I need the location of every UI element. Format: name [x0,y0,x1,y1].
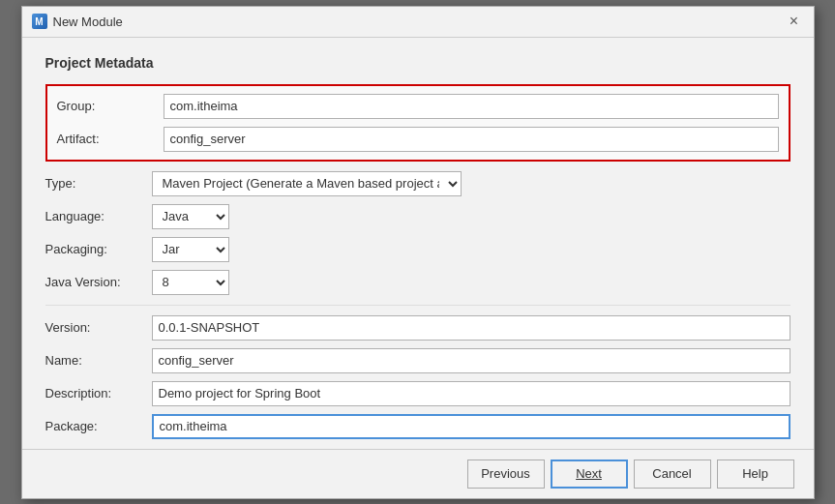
description-input[interactable] [152,381,790,406]
group-row: Group: [57,94,779,119]
section-title: Project Metadata [45,55,790,71]
type-select[interactable]: Maven Project (Generate a Maven based pr… [152,171,462,196]
package-label: Package: [45,419,152,433]
cancel-button[interactable]: Cancel [634,460,711,489]
group-artifact-box: Group: Artifact: [45,84,790,162]
close-button[interactable]: × [785,12,804,31]
version-input[interactable] [152,315,790,341]
language-select[interactable]: Java Kotlin Groovy [152,204,229,229]
name-row: Name: [45,348,790,373]
next-button[interactable]: Next [551,460,628,489]
packaging-label: Packaging: [45,242,152,256]
group-input[interactable] [164,94,779,119]
previous-button[interactable]: Previous [467,460,545,489]
description-label: Description: [45,386,152,400]
description-row: Description: [45,381,790,406]
new-module-dialog: M New Module × Project Metadata Group: A… [21,6,815,499]
version-label: Version: [45,320,152,335]
language-label: Language: [45,209,152,223]
packaging-row: Packaging: Jar War [45,237,790,262]
java-version-row: Java Version: 8 11 17 [45,270,790,295]
titlebar-left: M New Module [32,14,123,29]
name-label: Name: [45,353,152,368]
divider [45,305,790,306]
next-label: Next [576,466,602,481]
package-row: Package: [45,414,790,439]
titlebar: M New Module × [22,7,814,38]
java-version-select[interactable]: 8 11 17 [152,270,229,295]
package-input[interactable] [152,414,790,439]
packaging-select[interactable]: Jar War [152,237,229,262]
help-button[interactable]: Help [717,460,794,489]
java-version-label: Java Version: [45,275,152,289]
dialog-title: New Module [53,15,123,29]
type-label: Type: [45,176,152,191]
name-input[interactable] [152,348,790,373]
dialog-icon: M [32,14,47,29]
group-label: Group: [57,99,164,113]
dialog-footer: Previous Next Cancel Help [22,449,814,498]
dialog-content: Project Metadata Group: Artifact: Type: … [22,38,814,449]
artifact-input[interactable] [164,127,779,152]
language-row: Language: Java Kotlin Groovy [45,204,790,229]
version-row: Version: [45,315,790,341]
type-row: Type: Maven Project (Generate a Maven ba… [45,171,790,196]
artifact-label: Artifact: [57,132,164,146]
artifact-row: Artifact: [57,127,779,152]
